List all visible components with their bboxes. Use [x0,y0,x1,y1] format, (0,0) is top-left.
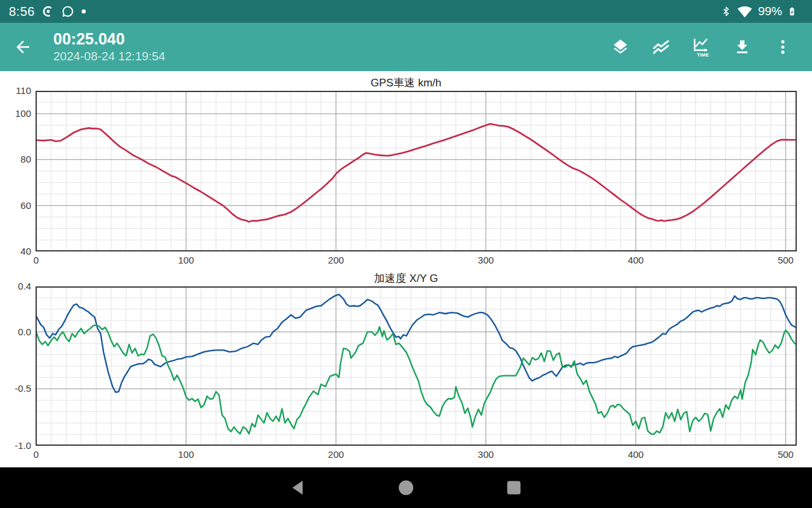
svg-text:500: 500 [778,449,794,460]
download-button[interactable] [722,23,763,71]
svg-text:40: 40 [20,246,31,257]
accel-chart[interactable]: 01002003004005000.40.0-0.5-1.0 [0,286,812,461]
svg-text:400: 400 [628,255,644,265]
nav-home-button[interactable] [352,467,460,508]
android-screen: { "colors": { "status_bar_bg": "#1E736E"… [0,0,812,508]
session-datetime: 2024-08-24 12:19:54 [53,48,165,65]
svg-text:100: 100 [178,255,194,265]
svg-text:300: 300 [478,255,494,265]
overflow-menu-icon [774,38,792,56]
svg-text:0.0: 0.0 [18,326,31,337]
chart-area: GPS車速 km/h 0100200300400500110100806040 … [0,71,812,461]
svg-text:0.4: 0.4 [18,281,31,291]
overflow-menu-button[interactable] [763,23,803,71]
back-arrow-button[interactable] [0,23,46,71]
time-chart-button[interactable]: TIME [681,23,722,71]
layers-button[interactable] [600,23,641,71]
wifi-icon [737,5,753,18]
nav-recents-button[interactable] [460,467,568,508]
navigation-bar [0,467,812,508]
notification-dot-icon [81,9,86,14]
layers-icon [612,38,629,56]
svg-text:-1.0: -1.0 [15,440,31,451]
svg-text:80: 80 [20,154,31,164]
back-arrow-icon [13,37,32,57]
nav-recents-icon [506,479,522,496]
svg-text:500: 500 [778,255,794,265]
time-label: TIME [697,52,709,58]
svg-text:300: 300 [478,449,494,460]
time-axis-chart-icon: TIME [691,36,712,58]
nav-back-button[interactable] [244,467,352,508]
multiline-chart-button[interactable] [641,23,681,71]
svg-text:110: 110 [16,85,31,96]
svg-text:200: 200 [328,255,344,265]
nav-back-icon [290,479,306,496]
svg-text:60: 60 [20,200,31,211]
nav-home-icon [398,479,414,496]
battery-percent: 99% [758,4,782,18]
multiline-chart-icon [652,37,671,57]
status-clock: 8:56 [9,4,35,19]
svg-text:100: 100 [15,108,31,119]
svg-text:0: 0 [34,255,39,265]
speed-chart[interactable]: 0100200300400500110100806040 [0,91,812,267]
download-icon [733,38,751,56]
status-bar: 8:56 [0,0,812,23]
svg-text:400: 400 [628,449,644,460]
data-usage-icon [42,5,55,18]
svg-text:-0.5: -0.5 [15,383,31,394]
lap-time-title: 00:25.040 [53,29,165,48]
battery-charging-icon [787,4,797,19]
accel-chart-title: 加速度 X/Y G [0,271,812,286]
bluetooth-icon [721,4,731,18]
svg-text:0: 0 [34,449,39,460]
chat-bubble-icon [62,5,74,18]
speed-chart-title: GPS車速 km/h [0,76,812,91]
app-bar: 00:25.040 2024-08-24 12:19:54 [0,23,812,71]
svg-text:200: 200 [328,449,344,460]
svg-text:100: 100 [178,449,194,460]
